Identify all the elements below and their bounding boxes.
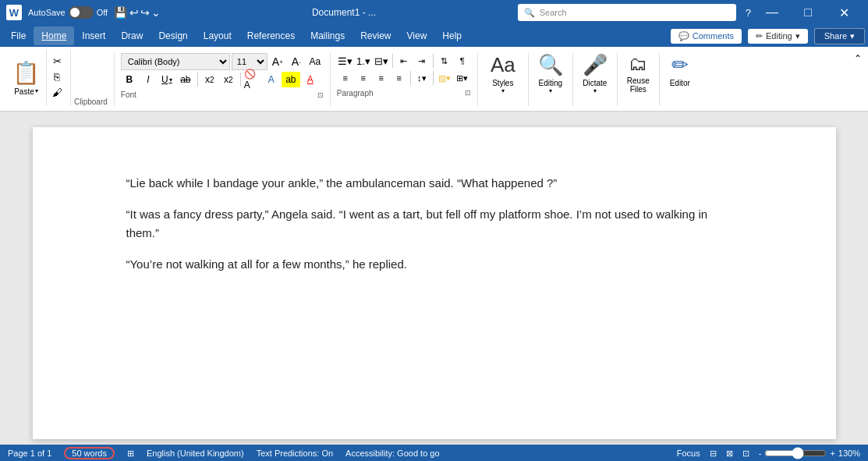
word-count[interactable]: 50 words (64, 447, 115, 459)
show-marks-button[interactable]: ¶ (454, 53, 471, 69)
undo-button[interactable]: ↩ (129, 6, 139, 19)
menu-layout[interactable]: Layout (196, 27, 239, 45)
paragraph-group: ☰▾ 1.▾ ⊟▾ ⇤ ⇥ ⇅ ¶ ≡ ≡ ≡ ≡ ↕▾ ▨▾ ⊞▾ (334, 50, 474, 98)
numbering-button[interactable]: 1.▾ (355, 53, 372, 69)
editing-ribbon-button[interactable]: 🔍 Editing ▾ (532, 50, 569, 98)
zoom-slider[interactable] (764, 447, 827, 459)
help-icon[interactable]: ? (746, 7, 751, 19)
menu-draw[interactable]: Draw (113, 27, 151, 45)
restore-button[interactable]: □ (790, 0, 826, 25)
ribbon: 📋 Paste ▾ ✂ ⎘ 🖌 Clipboard Calibri (Body) (0, 47, 868, 112)
document-title: Document1 - ... (170, 7, 518, 18)
editing-button[interactable]: ✏ Editing ▾ (748, 29, 808, 44)
font-size-select[interactable]: 11 (232, 53, 267, 70)
justify-button[interactable]: ≡ (391, 70, 408, 86)
accessibility-label: Accessibility: Good to go (345, 449, 439, 458)
document-area: “Lie back while I bandage your ankle,” t… (0, 112, 868, 445)
divider2 (330, 53, 331, 106)
ribbon-collapse-button[interactable]: ⌃ (851, 50, 865, 67)
para-sep1 (392, 54, 393, 68)
zoom-minus-button[interactable]: - (759, 449, 762, 458)
status-bar: Page 1 of 1 50 words ⊞ English (United K… (0, 445, 868, 461)
close-button[interactable]: ✕ (826, 0, 862, 25)
divider7 (659, 53, 660, 106)
save-icon[interactable]: 💾 (114, 6, 126, 19)
subscript-button[interactable]: x2 (201, 72, 218, 87)
decrease-indent-button[interactable]: ⇤ (395, 53, 413, 69)
bold-button[interactable]: B (121, 72, 138, 87)
change-case-button[interactable]: Aa (306, 54, 324, 69)
paragraph-2: “It was a fancy dress party,” Angela sai… (126, 205, 742, 243)
strikethrough-button[interactable]: ab (177, 72, 194, 87)
redo-button[interactable]: ↪ (140, 6, 150, 19)
text-effects-button[interactable]: A (263, 72, 280, 87)
divider3 (477, 53, 478, 106)
editor-label: Editor (670, 79, 690, 87)
paste-button[interactable]: 📋 Paste ▾ (6, 50, 47, 106)
reuse-files-button[interactable]: 🗂 Reuse Files (621, 50, 656, 97)
zoom-level[interactable]: 130% (838, 449, 860, 458)
menu-review[interactable]: Review (353, 27, 399, 45)
font-expand-icon[interactable]: ⊡ (317, 91, 324, 99)
align-left-button[interactable]: ≡ (337, 70, 354, 86)
dictate-button[interactable]: 🎤 Dictate ▾ (576, 50, 614, 98)
language-label[interactable]: English (United Kingdom) (147, 449, 244, 458)
clear-format-button[interactable]: 🚫A (244, 72, 261, 87)
line-spacing-button[interactable]: ↕▾ (413, 70, 430, 86)
copy-button[interactable]: ⎘ (48, 69, 66, 84)
menu-design[interactable]: Design (151, 27, 195, 45)
superscript-button[interactable]: x2 (220, 72, 237, 87)
styles-label: Styles (492, 79, 513, 87)
increase-font-button[interactable]: A+ (269, 54, 286, 69)
menu-bar: File Home Insert Draw Design Layout Refe… (0, 25, 868, 47)
menu-insert[interactable]: Insert (74, 27, 113, 45)
menu-view[interactable]: View (399, 27, 435, 45)
view-read-icon[interactable]: ⊡ (742, 449, 749, 459)
menu-mailings[interactable]: Mailings (303, 27, 353, 45)
menu-references[interactable]: References (239, 27, 303, 45)
menu-help[interactable]: Help (434, 27, 469, 45)
autosave-toggle[interactable] (69, 6, 94, 19)
toggle-knob (70, 8, 80, 17)
align-right-button[interactable]: ≡ (373, 70, 390, 86)
underline-button[interactable]: U▾ (158, 72, 175, 87)
font-name-select[interactable]: Calibri (Body) (121, 53, 230, 70)
paragraph-1: “Lie back while I bandage your ankle,” t… (126, 174, 742, 193)
multilevel-button[interactable]: ⊟▾ (373, 53, 390, 69)
share-button[interactable]: Share ▾ (814, 28, 865, 44)
search-bar[interactable]: 🔍 Search (518, 4, 736, 21)
cut-button[interactable]: ✂ (48, 53, 66, 69)
editor-button[interactable]: ✏ Editor (663, 50, 697, 90)
format-painter-button[interactable]: 🖌 (48, 84, 66, 100)
focus-button[interactable]: Focus (677, 449, 700, 458)
menu-home[interactable]: Home (34, 27, 74, 45)
menu-file[interactable]: File (3, 27, 34, 45)
sort-button[interactable]: ⇅ (436, 53, 453, 69)
document-page[interactable]: “Lie back while I bandage your ankle,” t… (33, 127, 836, 439)
paste-icon: 📋 (12, 60, 40, 86)
increase-indent-button[interactable]: ⇥ (413, 53, 430, 69)
italic-button[interactable]: I (140, 72, 157, 87)
divider5 (572, 53, 573, 106)
divider6 (617, 53, 618, 106)
decrease-font-button[interactable]: A- (288, 54, 305, 69)
view-web-icon[interactable]: ⊠ (726, 449, 733, 459)
shading-button[interactable]: ▨▾ (436, 70, 453, 86)
zoom-plus-button[interactable]: + (830, 449, 834, 458)
comments-button[interactable]: 💬 Comments (671, 29, 742, 44)
font-color-button[interactable]: A (302, 72, 319, 87)
editing-chevron: ▾ (795, 31, 800, 41)
bullets-button[interactable]: ☰▾ (337, 53, 354, 69)
minimize-button[interactable]: — (754, 0, 790, 25)
para-expand-icon[interactable]: ⊡ (465, 89, 471, 98)
align-center-button[interactable]: ≡ (355, 70, 372, 86)
quick-access-more[interactable]: ⌄ (151, 6, 161, 19)
styles-button[interactable]: Aa Styles ▾ (481, 50, 525, 98)
styles-icon: Aa (491, 53, 515, 77)
highlight-button[interactable]: ab (282, 72, 300, 87)
editing-ribbon-icon: 🔍 (538, 53, 563, 77)
borders-button[interactable]: ⊞▾ (454, 70, 471, 86)
underline-arrow: ▾ (169, 76, 172, 83)
paste-label: Paste (14, 87, 34, 96)
view-print-icon[interactable]: ⊟ (710, 449, 717, 459)
